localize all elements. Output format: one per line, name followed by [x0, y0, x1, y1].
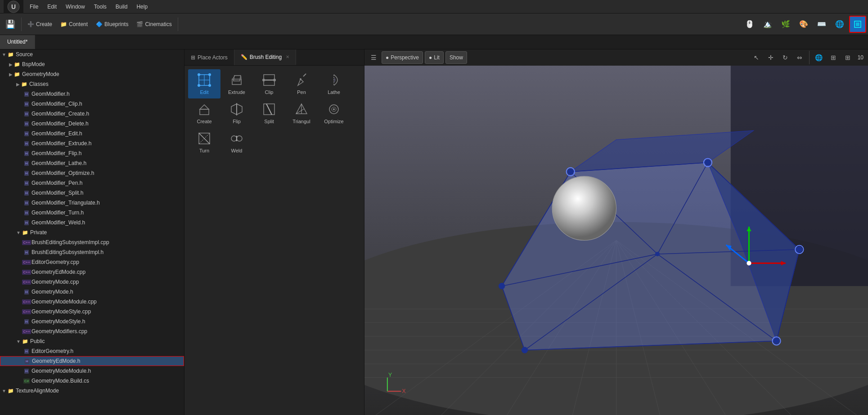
brush-tool-create[interactable]: Create — [188, 98, 220, 128]
tree-label-13: GeomModifier_Optimize.h — [31, 170, 94, 176]
brush-tool-clip[interactable]: Clip — [253, 69, 285, 98]
menu-help[interactable]: Help — [132, 0, 152, 13]
tree-item-17[interactable]: HGeomModifier_Turn.h — [0, 208, 184, 218]
split-tool-label: Split — [264, 119, 274, 124]
split-icon — [261, 101, 277, 117]
svg-marker-25 — [237, 104, 242, 115]
create-button[interactable]: ➕ Create — [24, 16, 56, 33]
tree-label-35: TextureAlignMode — [16, 388, 59, 394]
brush-tool-pen[interactable]: Pen — [285, 69, 318, 98]
tree-item-32[interactable]: HGeometryEdMode.h — [0, 356, 184, 366]
tree-item-15[interactable]: HGeomModifier_Split.h — [0, 188, 184, 198]
tree-item-25[interactable]: HGeometryMode.h — [0, 287, 184, 297]
brush-tool-lathe[interactable]: Lathe — [318, 69, 350, 98]
tree-item-1[interactable]: ▼📁Source — [0, 49, 184, 59]
brush-tool-turn[interactable]: Turn — [188, 128, 220, 157]
tree-item-8[interactable]: HGeomModifier_Delete.h — [0, 119, 184, 129]
tree-item-23[interactable]: C++GeometryEdMode.cpp — [0, 267, 184, 277]
tree-item-14[interactable]: HGeomModifier_Pen.h — [0, 178, 184, 188]
tree-item-4[interactable]: ▶📁Classes — [0, 79, 184, 89]
foliage-button[interactable]: 🌿 — [777, 16, 794, 33]
menu-build[interactable]: Build — [111, 0, 132, 13]
svg-point-89 — [552, 176, 616, 240]
menu-tools[interactable]: Tools — [90, 0, 111, 13]
menu-file[interactable]: File — [25, 0, 43, 13]
save-button[interactable]: 💾 — [2, 16, 19, 33]
brush-tool-flip[interactable]: Flip — [220, 98, 253, 128]
blueprints-button[interactable]: 🔷 Blueprints — [92, 16, 132, 33]
tree-item-18[interactable]: HGeomModifier_Weld.h — [0, 218, 184, 228]
tree-item-26[interactable]: C++GeometryModeModule.cpp — [0, 297, 184, 307]
svg-point-6 — [208, 73, 211, 76]
snap-button[interactable]: ⊞ — [827, 51, 840, 64]
tree-item-13[interactable]: HGeomModifier_Optimize.h — [0, 168, 184, 178]
tree-item-27[interactable]: C++GeometryModeStyle.cpp — [0, 307, 184, 317]
tree-item-31[interactable]: HEditorGeometry.h — [0, 346, 184, 356]
svg-line-28 — [266, 104, 272, 115]
select-tool-button[interactable]: ↖ — [750, 51, 763, 64]
tab-place-actors[interactable]: ⊞ Place Actors — [184, 49, 234, 65]
tree-label-1: Source — [16, 51, 33, 58]
tree-item-30[interactable]: ▼📁Public — [0, 336, 184, 346]
tree-label-8: GeomModifier_Delete.h — [31, 120, 89, 127]
tree-item-11[interactable]: HGeomModifier_Flip.h — [0, 148, 184, 158]
tree-item-10[interactable]: HGeomModifier_Extrude.h — [0, 138, 184, 148]
tree-label-18: GeomModifier_Weld.h — [31, 219, 85, 226]
tab-brush-editing[interactable]: ✏️ Brush Editing ✕ — [234, 49, 296, 65]
network-button[interactable]: 🌐 — [831, 16, 848, 33]
keyboard-button[interactable]: ⌨️ — [813, 16, 830, 33]
viewport-canvas[interactable]: X Y — [364, 66, 868, 415]
optimize-tool-label: Optimize — [324, 119, 343, 124]
tree-item-28[interactable]: HGeometryModeStyle.h — [0, 317, 184, 326]
brush-tool-split[interactable]: Split — [253, 98, 285, 128]
brush-tool-optimize[interactable]: Optimize — [318, 98, 350, 128]
grid-button[interactable]: ⊞ — [841, 51, 854, 64]
brush-tool-edit[interactable]: Edit — [188, 69, 220, 98]
menu-edit[interactable]: Edit — [43, 0, 61, 13]
tree-label-20: BrushEditingSubsystemImpl.cpp — [31, 239, 109, 245]
tree-item-6[interactable]: HGeomModifier_Clip.h — [0, 99, 184, 109]
tree-item-21[interactable]: HBrushEditingSubsystemImpl.h — [0, 247, 184, 257]
tree-item-35[interactable]: ▼📁TextureAlignMode — [0, 386, 184, 396]
main-tab-untitled[interactable]: Untitled* — [0, 35, 35, 49]
tree-item-19[interactable]: ▼📁Private — [0, 228, 184, 237]
tree-item-2[interactable]: ▶📁BspMode — [0, 59, 184, 69]
perspective-icon: ● — [386, 54, 389, 61]
landscape-button[interactable]: 🏔️ — [759, 16, 776, 33]
tree-item-5[interactable]: HGeomModifier.h — [0, 89, 184, 99]
cinematics-button[interactable]: 🎬 Cinematics — [133, 16, 175, 33]
tree-item-16[interactable]: HGeomModifier_Triangulate.h — [0, 198, 184, 208]
tree-item-3[interactable]: ▶📁GeometryMode — [0, 69, 184, 79]
svg-text:Y: Y — [388, 372, 392, 378]
tree-item-12[interactable]: HGeomModifier_Lathe.h — [0, 158, 184, 168]
perspective-button[interactable]: ● Perspective — [382, 51, 423, 64]
tree-item-22[interactable]: C++EditorGeometry.cpp — [0, 257, 184, 267]
brush-tool-triangulate[interactable]: Triangul — [285, 98, 318, 128]
tree-item-24[interactable]: C++GeometryMode.cpp — [0, 277, 184, 287]
svg-point-18 — [273, 79, 276, 81]
brush-tool-weld[interactable]: Weld — [220, 128, 253, 157]
paint-button[interactable]: 🎨 — [795, 16, 812, 33]
tree-item-7[interactable]: HGeomModifier_Create.h — [0, 109, 184, 119]
svg-line-19 — [303, 74, 306, 76]
tree-item-29[interactable]: C++GeometryModifiers.cpp — [0, 326, 184, 336]
viewport-menu-button[interactable]: ☰ — [367, 51, 380, 64]
move-tool-button[interactable]: ✛ — [765, 51, 777, 64]
lit-button[interactable]: ● Lit — [425, 51, 444, 64]
scale-tool-button[interactable]: ⇔ — [793, 51, 806, 64]
geometry-mode-button[interactable] — [849, 16, 866, 33]
brush-editing-close-button[interactable]: ✕ — [286, 54, 289, 59]
svg-marker-24 — [231, 104, 237, 115]
brush-tool-extrude[interactable]: Extrude — [220, 69, 253, 98]
select-mode-button[interactable]: 🖱️ — [741, 16, 758, 33]
tree-item-20[interactable]: C++BrushEditingSubsystemImpl.cpp — [0, 237, 184, 247]
rotate-tool-button[interactable]: ↻ — [779, 51, 792, 64]
tree-item-34[interactable]: C#GeometryMode.Build.cs — [0, 376, 184, 386]
content-button[interactable]: 📁 Content — [57, 16, 91, 33]
show-button[interactable]: Show — [445, 51, 467, 64]
svg-point-80 — [705, 159, 711, 165]
tree-item-33[interactable]: HGeometryModeModule.h — [0, 366, 184, 376]
menu-window[interactable]: Window — [61, 0, 90, 13]
tree-item-9[interactable]: HGeomModifier_Edit.h — [0, 129, 184, 138]
world-icon-button[interactable]: 🌐 — [813, 51, 825, 64]
